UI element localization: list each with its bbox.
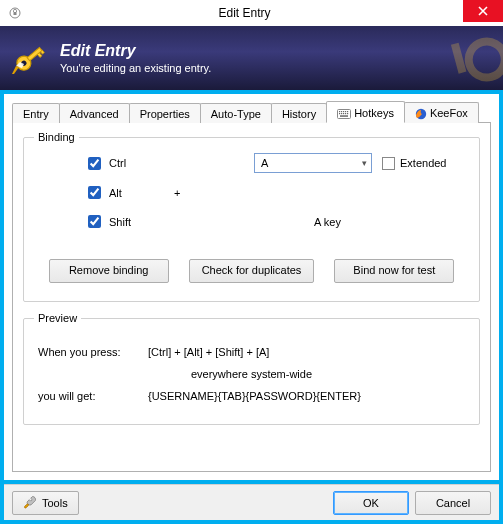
- svg-rect-16: [341, 113, 342, 114]
- extended-checkbox-row[interactable]: Extended: [382, 157, 446, 170]
- shift-checkbox-row[interactable]: Shift: [84, 212, 174, 231]
- svg-rect-1: [14, 12, 17, 15]
- keyboard-icon: [337, 109, 351, 119]
- ctrl-label: Ctrl: [109, 157, 126, 169]
- tab-hotkeys-label: Hotkeys: [354, 107, 394, 119]
- key-icon: [10, 38, 50, 78]
- tab-history[interactable]: History: [271, 103, 327, 123]
- svg-rect-5: [37, 53, 41, 58]
- tools-button[interactable]: Tools: [12, 491, 79, 515]
- tab-strip: Entry Advanced Properties Auto-Type Hist…: [12, 100, 491, 122]
- svg-rect-15: [339, 113, 340, 114]
- remove-binding-label: Remove binding: [69, 264, 149, 276]
- svg-rect-13: [345, 111, 346, 112]
- tab-entry-label: Entry: [23, 108, 49, 120]
- scope-label: everywhere system-wide: [38, 368, 465, 380]
- header-title: Edit Entry: [60, 42, 211, 60]
- tab-keefox-label: KeeFox: [430, 107, 468, 119]
- keefox-icon: [415, 108, 427, 120]
- decorative-key-icon: [423, 26, 503, 90]
- tab-keefox[interactable]: KeeFox: [404, 102, 479, 123]
- ctrl-checkbox-row[interactable]: Ctrl: [84, 154, 174, 173]
- get-value: {USERNAME}{TAB}{PASSWORD}{ENTER}: [148, 390, 361, 402]
- dialog-footer: Tools OK Cancel: [4, 484, 499, 520]
- svg-rect-12: [343, 111, 344, 112]
- bind-now-button[interactable]: Bind now for test: [334, 259, 454, 283]
- check-duplicates-label: Check for duplicates: [202, 264, 302, 276]
- preview-group: Preview When you press: [Ctrl] + [Alt] +…: [23, 312, 480, 425]
- tab-properties-label: Properties: [140, 108, 190, 120]
- svg-rect-22: [24, 503, 29, 508]
- header-banner: Edit Entry You're editing an existing en…: [0, 26, 503, 90]
- ok-label: OK: [363, 497, 379, 509]
- window-title: Edit Entry: [26, 6, 503, 20]
- svg-rect-20: [340, 115, 348, 117]
- wrench-icon: [23, 495, 37, 511]
- titlebar: Edit Entry: [0, 0, 503, 26]
- extended-checkbox[interactable]: [382, 157, 395, 170]
- bind-now-label: Bind now for test: [353, 264, 435, 276]
- tab-autotype-label: Auto-Type: [211, 108, 261, 120]
- svg-rect-19: [347, 113, 348, 114]
- cancel-button[interactable]: Cancel: [415, 491, 491, 515]
- tab-advanced-label: Advanced: [70, 108, 119, 120]
- tab-hotkeys[interactable]: Hotkeys: [326, 101, 405, 123]
- press-value: [Ctrl] + [Alt] + [Shift] + [A]: [148, 346, 269, 358]
- when-you-press-label: When you press:: [38, 346, 148, 358]
- extended-label: Extended: [400, 157, 446, 169]
- tab-autotype[interactable]: Auto-Type: [200, 103, 272, 123]
- preview-legend: Preview: [34, 312, 81, 324]
- svg-rect-17: [343, 113, 344, 114]
- svg-rect-18: [345, 113, 346, 114]
- remove-binding-button[interactable]: Remove binding: [49, 259, 169, 283]
- tab-panel-hotkeys: Binding Ctrl A ▾ Extended: [12, 122, 491, 472]
- alt-label: Alt: [109, 187, 122, 199]
- tab-history-label: History: [282, 108, 316, 120]
- header-subtitle: You're editing an existing entry.: [60, 62, 211, 74]
- binding-legend: Binding: [34, 131, 79, 143]
- chevron-down-icon: ▾: [362, 158, 367, 168]
- svg-rect-10: [339, 111, 340, 112]
- shift-checkbox[interactable]: [88, 215, 101, 228]
- svg-rect-11: [341, 111, 342, 112]
- tools-label: Tools: [42, 497, 68, 509]
- svg-rect-14: [347, 111, 348, 112]
- svg-point-7: [462, 35, 503, 84]
- ctrl-checkbox[interactable]: [88, 157, 101, 170]
- ok-button[interactable]: OK: [333, 491, 409, 515]
- a-key-label: A key: [254, 216, 469, 228]
- cancel-label: Cancel: [436, 497, 470, 509]
- binding-group: Binding Ctrl A ▾ Extended: [23, 131, 480, 302]
- tab-properties[interactable]: Properties: [129, 103, 201, 123]
- key-select-value: A: [261, 157, 268, 169]
- check-duplicates-button[interactable]: Check for duplicates: [189, 259, 315, 283]
- close-button[interactable]: [463, 0, 503, 22]
- alt-checkbox[interactable]: [88, 186, 101, 199]
- tab-advanced[interactable]: Advanced: [59, 103, 130, 123]
- lock-icon: [4, 7, 26, 19]
- alt-checkbox-row[interactable]: Alt: [84, 183, 174, 202]
- shift-label: Shift: [109, 216, 131, 228]
- svg-rect-8: [451, 43, 466, 74]
- tab-entry[interactable]: Entry: [12, 103, 60, 123]
- plus-label: +: [174, 187, 254, 199]
- key-select[interactable]: A ▾: [254, 153, 372, 173]
- you-will-get-label: you will get:: [38, 390, 148, 402]
